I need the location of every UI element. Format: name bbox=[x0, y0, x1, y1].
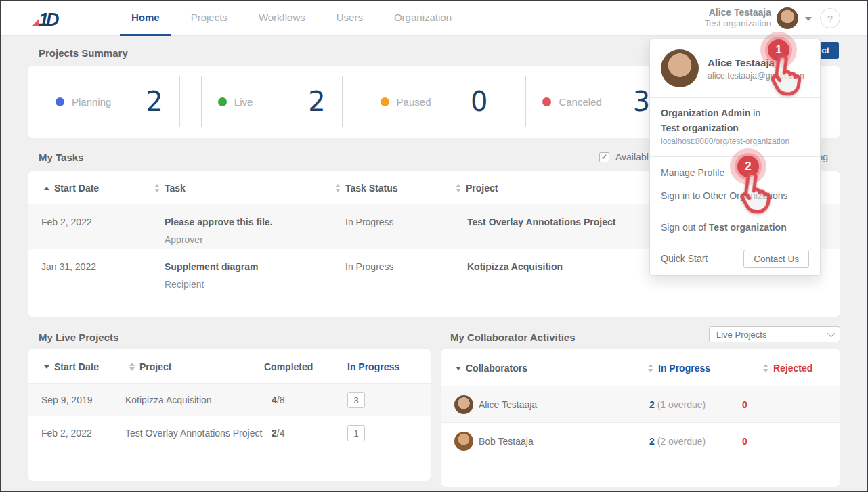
live-status-dot-icon bbox=[218, 97, 227, 106]
sort-desc-icon bbox=[44, 365, 49, 369]
summary-card-canceled[interactable]: Canceled 3 bbox=[525, 76, 667, 127]
card-label: Canceled bbox=[559, 96, 601, 108]
planning-status-dot-icon bbox=[56, 97, 64, 106]
live-project-row[interactable]: Feb 2, 2022 Test Overlay Annotations Pro… bbox=[28, 417, 431, 449]
available-filter[interactable]: ✓ Available bbox=[599, 152, 654, 162]
collab-col-name[interactable]: Collaborators bbox=[456, 363, 527, 374]
tasks-col-status[interactable]: Task Status bbox=[335, 183, 398, 194]
card-value: 3 bbox=[633, 86, 650, 117]
live-col-completed[interactable]: Completed bbox=[264, 361, 313, 372]
in-progress-count-button[interactable]: 3 bbox=[347, 392, 365, 408]
my-tasks-title: My Tasks bbox=[39, 152, 83, 163]
collaborator-row[interactable]: Bob Testaaja 2 (2 overdue) 0 bbox=[441, 423, 840, 460]
paused-status-dot-icon bbox=[381, 97, 389, 106]
live-completed: 2/4 bbox=[272, 428, 284, 439]
app-logo-icon[interactable]: 1D bbox=[28, 8, 68, 28]
collaborator-rejected[interactable]: 0 bbox=[742, 399, 747, 410]
projects-summary-title: Projects Summary bbox=[39, 47, 128, 59]
tasks-col-project[interactable]: Project bbox=[456, 183, 498, 194]
live-project-name[interactable]: Kotipizza Acquisition bbox=[125, 395, 212, 405]
sort-icon bbox=[335, 184, 341, 192]
menu-item-manage-profile[interactable]: Manage Profile bbox=[661, 161, 809, 184]
task-role: Recipient bbox=[165, 279, 258, 290]
sort-icon bbox=[154, 184, 160, 192]
live-start-date: Sep 9, 2019 bbox=[41, 395, 93, 405]
user-name: Alice Testaaja bbox=[705, 6, 771, 18]
tasks-col-task[interactable]: Task bbox=[154, 183, 186, 194]
task-title[interactable]: Supplement diagram bbox=[165, 261, 258, 272]
collab-col-in-progress[interactable]: In Progress bbox=[648, 363, 710, 374]
live-completed: 4/8 bbox=[272, 395, 284, 405]
task-role: Approver bbox=[165, 234, 273, 245]
question-mark-icon: ? bbox=[827, 13, 833, 24]
nav-item-projects[interactable]: Projects bbox=[179, 1, 239, 36]
user-avatar[interactable] bbox=[777, 7, 798, 29]
collaborator-activities-title: My Collaborator Activities bbox=[450, 332, 575, 343]
live-start-date: Feb 2, 2022 bbox=[41, 428, 92, 439]
live-col-in-progress[interactable]: In Progress bbox=[347, 361, 399, 372]
projects-filter-select[interactable]: Live Projects bbox=[709, 326, 840, 342]
tasks-col-start-date[interactable]: Start Date bbox=[44, 183, 99, 194]
menu-items-section: Manage Profile Sign in to Other Organiza… bbox=[650, 157, 820, 213]
sort-icon bbox=[129, 363, 135, 371]
task-start-date: Jan 31, 2022 bbox=[41, 261, 96, 272]
available-filter-label: Available bbox=[615, 152, 654, 162]
sort-asc-icon bbox=[44, 187, 49, 190]
user-organization: Test organization bbox=[705, 18, 771, 30]
collaborator-in-progress: 2 (2 overdue) bbox=[649, 436, 706, 447]
checkbox-checked-icon[interactable]: ✓ bbox=[599, 152, 609, 162]
user-dropdown-menu: Alice Testaaja alice.testaaja@gmail.com … bbox=[649, 39, 821, 276]
user-menu-trigger[interactable]: Alice Testaaja Test organization bbox=[705, 6, 771, 30]
collaborator-avatar bbox=[454, 395, 473, 414]
in-progress-count-button[interactable]: 1 bbox=[347, 425, 365, 441]
quick-start-link[interactable]: Quick Start bbox=[661, 253, 708, 264]
summary-card-paused[interactable]: Paused 0 bbox=[364, 76, 505, 127]
canceled-status-dot-icon bbox=[542, 97, 551, 106]
summary-card-live[interactable]: Live 2 bbox=[201, 76, 343, 127]
svg-text:1D: 1D bbox=[39, 9, 59, 28]
task-project[interactable]: Kotipizza Acquisition bbox=[467, 261, 563, 272]
org-name: Test organization bbox=[661, 121, 809, 136]
task-title[interactable]: Please approve this file. bbox=[165, 217, 273, 227]
collab-col-rejected[interactable]: Rejected bbox=[763, 363, 812, 374]
task-status: In Progress bbox=[345, 261, 394, 272]
nav-item-workflows[interactable]: Workflows bbox=[247, 1, 317, 36]
nav-item-organization[interactable]: Organization bbox=[383, 1, 463, 36]
collaborator-activities-table: Collaborators In Progress Rejected Alice… bbox=[441, 349, 840, 487]
sort-desc-icon bbox=[456, 367, 461, 370]
contact-us-button[interactable]: Contact Us bbox=[743, 250, 809, 268]
collaborator-row[interactable]: Alice Testaaja 2 (1 overdue) 0 bbox=[441, 386, 840, 423]
collaborator-name: Alice Testaaja bbox=[479, 399, 537, 410]
app-window: 1D Home Projects Workflows Users Organiz… bbox=[0, 0, 868, 492]
live-project-name[interactable]: Test Overlay Annotations Project bbox=[125, 428, 262, 439]
card-label: Paused bbox=[397, 96, 431, 108]
live-col-start-date[interactable]: Start Date bbox=[44, 361, 99, 372]
nav-item-users[interactable]: Users bbox=[325, 1, 374, 36]
selected-filter-value: Live Projects bbox=[716, 330, 766, 340]
card-value: 2 bbox=[146, 86, 162, 117]
org-url: localhost:8080/org/test-organization bbox=[661, 135, 809, 148]
collaborator-rejected[interactable]: 0 bbox=[742, 436, 747, 447]
live-col-project[interactable]: Project bbox=[129, 361, 171, 372]
help-button[interactable]: ? bbox=[820, 8, 840, 28]
menu-item-sign-in-other-orgs[interactable]: Sign in to Other Organizations bbox=[661, 184, 809, 207]
task-start-date: Feb 2, 2022 bbox=[41, 217, 92, 227]
live-table-header: Start Date Project Completed In Progress bbox=[28, 349, 431, 384]
task-status: In Progress bbox=[345, 217, 394, 227]
chevron-down-icon[interactable] bbox=[805, 17, 812, 21]
collaborator-avatar bbox=[454, 432, 473, 451]
chevron-down-icon bbox=[827, 330, 835, 337]
card-label: Live bbox=[234, 96, 253, 108]
collab-table-header: Collaborators In Progress Rejected bbox=[441, 349, 840, 386]
summary-card-planning[interactable]: Planning 2 bbox=[39, 76, 180, 127]
my-live-projects-table: Start Date Project Completed In Progress… bbox=[28, 349, 431, 481]
profile-avatar bbox=[661, 49, 699, 87]
live-project-row[interactable]: Sep 9, 2019 Kotipizza Acquisition 4/8 3 bbox=[28, 384, 431, 416]
sort-icon bbox=[648, 364, 653, 372]
collaborator-name: Bob Testaaja bbox=[479, 436, 534, 447]
nav-item-home[interactable]: Home bbox=[120, 1, 171, 36]
menu-item-sign-out[interactable]: Sign out of Test organization bbox=[650, 213, 820, 242]
menu-footer: Quick Start Contact Us bbox=[650, 242, 820, 275]
task-project[interactable]: Test Overlay Annotations Project bbox=[467, 217, 615, 227]
card-value: 0 bbox=[471, 86, 487, 117]
